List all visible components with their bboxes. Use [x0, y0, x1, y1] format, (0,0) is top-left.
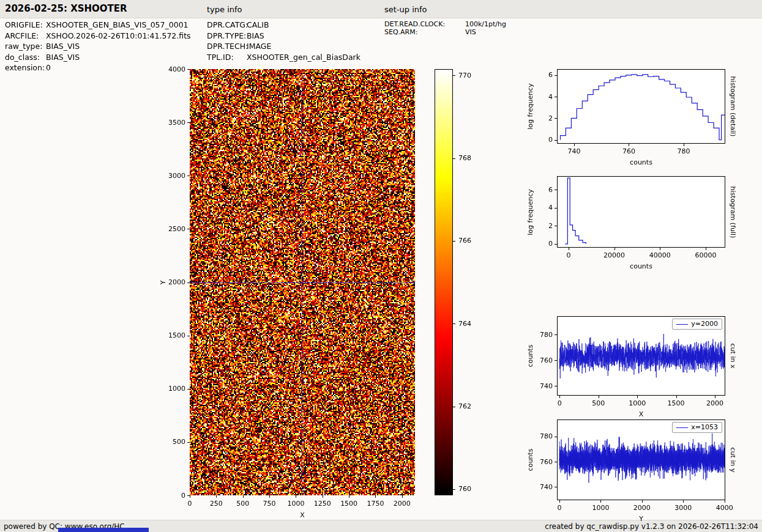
y-tick-mark [555, 487, 557, 487]
y-tick-label: 3500 [161, 119, 185, 127]
y-tick-mark [555, 140, 557, 141]
raw-bias-image-plot [190, 69, 415, 495]
x-tick-label: 0 [547, 251, 590, 259]
x-tick-mark [637, 396, 638, 398]
crosshair-horizontal-line [190, 283, 415, 283]
right-side-label: histogram (detail) [729, 76, 737, 137]
y-tick-label: 2000 [161, 278, 185, 286]
metadata-field-value: BIAS_VIS [46, 42, 80, 51]
plot-legend: x=1053 [672, 422, 722, 433]
metadata-row: TPL.ID:XSHOOTER_gen_cal_BiasDark [207, 53, 360, 64]
x-tick-mark [349, 495, 349, 498]
right-side-label: histogram (full) [729, 186, 737, 238]
y-tick-mark [555, 244, 557, 245]
x-tick-mark [243, 495, 244, 498]
x-tick-mark [600, 500, 601, 503]
y-tick-label: 0 [528, 240, 553, 248]
y-tick-mark [555, 97, 557, 97]
metadata-field-label: ARCFILE: [5, 31, 46, 40]
y-tick-mark [555, 360, 557, 361]
setup-info-column: DET.READ.CLOCK:100k/1pt/hgSEQ.ARM:VIS [384, 20, 506, 35]
metadata-field-label: DET.READ.CLOCK: [384, 20, 465, 28]
metadata-field-value: IMAGE [247, 42, 271, 51]
metadata-row: DPR.CATG:CALIB [207, 20, 360, 31]
x-tick-label: 0 [538, 399, 581, 407]
x-tick-mark [614, 248, 615, 250]
metadata-field-value: BIAS_VIS [46, 53, 80, 62]
y-tick-label: 2 [528, 222, 553, 230]
x-tick-label: 250 [198, 500, 234, 508]
setup-info-heading: set-up info [384, 5, 427, 14]
y-tick-label: 2 [528, 114, 553, 122]
y-tick-label: 500 [161, 438, 185, 446]
x-tick-label: 1500 [655, 399, 698, 407]
y-axis-label: log frequency [526, 83, 534, 129]
x-tick-mark [569, 248, 569, 250]
x-axis-label: counts [557, 262, 725, 270]
page-title: 2026-02-25: XSHOOTER [5, 3, 127, 14]
y-tick-label: 0 [161, 492, 185, 500]
x-tick-mark [216, 495, 217, 498]
x-tick-mark [676, 396, 677, 398]
histogram-full-chart [557, 176, 725, 248]
x-tick-mark [683, 500, 684, 503]
metadata-row: DPR.TECH:IMAGE [207, 42, 360, 53]
x-tick-label: 2000 [384, 500, 420, 508]
y-tick-label: 740 [528, 483, 553, 491]
x-tick-mark [269, 495, 270, 498]
metadata-field-label: extension: [5, 63, 46, 72]
y-tick-label: 760 [528, 357, 553, 364]
x-tick-mark [715, 396, 715, 398]
y-axis-label: log frequency [526, 189, 534, 235]
x-tick-label: 20000 [593, 251, 636, 259]
x-tick-mark [706, 248, 706, 250]
metadata-field-value: BIAS [247, 31, 264, 40]
metadata-field-value: XSHOOTER_GEN_BIAS_VIS_057_0001 [46, 20, 189, 29]
x-tick-mark [599, 396, 599, 398]
x-tick-label: 1000 [277, 500, 314, 508]
x-axis-label: X [557, 410, 725, 418]
legend-line-swatch [676, 324, 688, 325]
plot-area [558, 317, 725, 395]
data-line [559, 434, 725, 483]
metadata-row: DET.READ.CLOCK:100k/1pt/hg [384, 20, 506, 28]
y-tick-mark [555, 386, 557, 386]
bottom-blue-strip [58, 528, 149, 532]
x-tick-label: 500 [577, 399, 620, 407]
cut-in-y-chart: x=1053 [557, 419, 725, 500]
legend-line-swatch [676, 427, 688, 428]
metadata-field-value: XSHOOTER_gen_cal_BiasDark [247, 53, 360, 62]
metadata-field-label: DPR.TECH: [207, 42, 247, 51]
metadata-field-label: ORIGFILE: [5, 20, 46, 29]
y-tick-mark [555, 462, 557, 462]
plot-area [558, 70, 725, 143]
x-axis-label: counts [557, 158, 725, 166]
metadata-row: ARCFILE:XSHOO.2026-02-26T10:01:41.572.fi… [5, 31, 191, 42]
y-tick-mark [555, 208, 557, 209]
colorbar-tick-label: 768 [458, 154, 479, 162]
plot-legend: y=2000 [672, 319, 722, 330]
colorbar [435, 69, 453, 495]
metadata-field-value: 100k/1pt/hg [465, 20, 506, 28]
y-axis-label: counts [526, 345, 534, 368]
y-tick-label: 780 [528, 331, 553, 339]
x-tick-label: 2000 [693, 399, 736, 407]
metadata-field-label: SEQ.ARM: [384, 28, 465, 36]
data-line [561, 75, 725, 140]
y-tick-mark [555, 334, 557, 335]
colorbar-tick-label: 766 [458, 237, 479, 245]
x-tick-label: 1750 [357, 500, 394, 508]
y-tick-mark [555, 437, 557, 437]
colorbar-tick-mark [453, 323, 455, 324]
y-tick-mark [555, 190, 557, 190]
metadata-field-label: do_class: [5, 53, 46, 62]
metadata-field-value: 0 [46, 63, 51, 72]
colorbar-tick-mark [453, 489, 455, 490]
colorbar-tick-mark [453, 158, 455, 159]
y-tick-label: 1500 [161, 331, 185, 339]
x-tick-label: 4000 [703, 504, 746, 512]
legend-label: y=2000 [691, 320, 718, 328]
x-tick-label: 750 [251, 500, 288, 508]
cut-in-x-chart: y=2000 [557, 316, 725, 396]
x-tick-mark [684, 144, 684, 146]
